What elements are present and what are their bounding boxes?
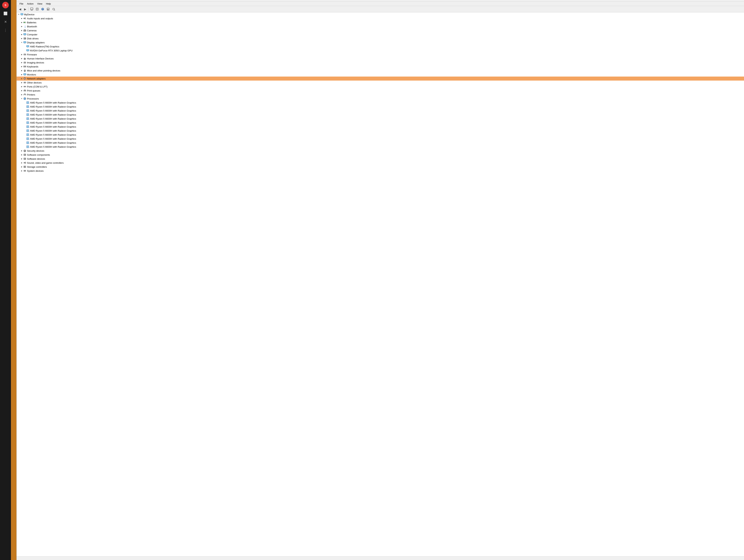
tree-node-cpu11[interactable]: AMD Ryzen 5 6600H with Radeon Graphics	[16, 141, 744, 145]
expander-softdev[interactable]: ▶	[20, 157, 23, 160]
expander-cpu6[interactable]	[23, 121, 26, 124]
tree-node-cpu1[interactable]: AMD Ryzen 5 6600H with Radeon Graphics	[16, 101, 744, 105]
forward-button[interactable]: ▶	[23, 7, 28, 11]
expander-cpu7[interactable]	[23, 125, 26, 128]
computer-button[interactable]	[29, 7, 34, 12]
scan-button[interactable]	[51, 7, 56, 12]
tree-node-mydevice[interactable]: ▼MyDevice	[16, 12, 744, 16]
tree-node-nvidia[interactable]: NVIDIA GeForce RTX 3050 Laptop GPU	[16, 48, 744, 52]
tree-node-other[interactable]: ▶?Other devices	[16, 81, 744, 85]
expander-processors[interactable]: ▼	[20, 97, 23, 100]
expander-cpu3[interactable]	[23, 109, 26, 112]
tree-node-cpu8[interactable]: AMD Ryzen 5 6600H with Radeon Graphics	[16, 129, 744, 133]
chrome-menu-btn[interactable]: ⋮	[2, 27, 9, 34]
expander-audio[interactable]: ▶	[20, 17, 23, 20]
tree-node-computer[interactable]: ▶Computer	[16, 33, 744, 36]
tree-node-cpu6[interactable]: AMD Ryzen 5 6600H with Radeon Graphics	[16, 121, 744, 125]
tree-node-security[interactable]: ▶Security devices	[16, 149, 744, 153]
tree-node-monitors[interactable]: ▶Monitors	[16, 73, 744, 77]
expander-imaging[interactable]: ▶	[20, 61, 23, 64]
expander-mice[interactable]: ▶	[20, 69, 23, 72]
menu-file[interactable]: File	[18, 2, 25, 5]
menu-action[interactable]: Action	[26, 2, 35, 5]
tree-node-cpu4[interactable]: AMD Ryzen 5 6600H with Radeon Graphics	[16, 113, 744, 117]
tree-node-printq[interactable]: ▶Print queues	[16, 89, 744, 92]
tree-node-amd[interactable]: AMD Radeon(TM) Graphics	[16, 44, 744, 48]
tree-node-display[interactable]: ▼Display adapters	[16, 40, 744, 44]
expander-ports[interactable]: ▶	[20, 85, 23, 88]
device-tree[interactable]: ▼MyDevice▶Audio inputs and outputs▶Batte…	[16, 12, 744, 556]
expander-cpu10[interactable]	[23, 137, 26, 140]
tree-node-audio[interactable]: ▶Audio inputs and outputs	[16, 16, 744, 21]
update-button[interactable]: ▶	[46, 7, 51, 12]
svg-rect-88	[24, 93, 26, 94]
back-button[interactable]: ◀	[18, 7, 23, 11]
help-button[interactable]: ?	[40, 7, 45, 12]
chrome-profile-btn[interactable]: S	[2, 2, 9, 8]
expander-security[interactable]: ▶	[20, 149, 23, 152]
expander-cpu11[interactable]	[23, 141, 26, 144]
expander-cpu1[interactable]	[23, 101, 26, 104]
tree-node-softdev[interactable]: ▶Software devices	[16, 157, 744, 161]
expander-computer[interactable]: ▶	[20, 33, 23, 36]
expander-printers[interactable]: ▶	[20, 93, 23, 96]
tree-node-batteries[interactable]: ▶Batteries	[16, 21, 744, 25]
tree-node-hid[interactable]: ▶Human Interface Devices	[16, 56, 744, 61]
tree-node-cpu3[interactable]: AMD Ryzen 5 6600H with Radeon Graphics	[16, 109, 744, 113]
tree-node-softcomp[interactable]: ▶Software components	[16, 153, 744, 157]
tree-node-cpu5[interactable]: AMD Ryzen 5 6600H with Radeon Graphics	[16, 117, 744, 121]
tree-node-disk[interactable]: ▶Disk drives	[16, 36, 744, 40]
storage-icon	[23, 165, 27, 168]
expander-cameras[interactable]: ▶	[20, 29, 23, 32]
expander-cpu8[interactable]	[23, 129, 26, 132]
expander-nvidia[interactable]	[23, 49, 26, 52]
expander-bluetooth[interactable]: ▶	[20, 25, 23, 28]
tree-node-cpu10[interactable]: AMD Ryzen 5 6600H with Radeon Graphics	[16, 137, 744, 141]
expander-cpu4[interactable]	[23, 113, 26, 116]
expander-softcomp[interactable]: ▶	[20, 153, 23, 156]
tree-node-imaging[interactable]: ▶Imaging devices	[16, 61, 744, 65]
tree-node-storage[interactable]: ▶Storage controllers	[16, 165, 744, 169]
expander-cpu9[interactable]	[23, 133, 26, 136]
expander-display[interactable]: ▼	[20, 41, 23, 44]
tree-node-cameras[interactable]: ▶Cameras	[16, 29, 744, 33]
tree-node-cpu7[interactable]: AMD Ryzen 5 6600H with Radeon Graphics	[16, 125, 744, 129]
chrome-window-btn[interactable]: ⬜	[2, 10, 9, 17]
tree-node-cpu9[interactable]: AMD Ryzen 5 6600H with Radeon Graphics	[16, 133, 744, 137]
tree-node-processors[interactable]: ▼Processors	[16, 96, 744, 101]
tree-node-ports[interactable]: ▶Ports (COM & LPT)	[16, 85, 744, 89]
tree-node-printers[interactable]: ▶Printers	[16, 92, 744, 96]
expander-amd[interactable]	[23, 45, 26, 48]
expander-other[interactable]: ▶	[20, 81, 23, 84]
expander-mydevice[interactable]: ▼	[17, 13, 20, 16]
tree-node-system[interactable]: ▶?System devices	[16, 169, 744, 173]
expander-keyboards[interactable]: ▶	[20, 65, 23, 68]
chrome-close-btn[interactable]: ✕	[2, 18, 9, 25]
bluetooth-icon: ⭳	[23, 25, 27, 28]
expander-system[interactable]: ▶	[20, 169, 23, 172]
expander-cpu2[interactable]	[23, 105, 26, 108]
expander-cpu5[interactable]	[23, 117, 26, 120]
svg-rect-113	[27, 126, 29, 127]
tree-node-network[interactable]: ▶Network adapters	[16, 77, 744, 81]
expander-storage[interactable]: ▶	[20, 165, 23, 168]
expander-disk[interactable]: ▶	[20, 37, 23, 40]
properties-button[interactable]	[35, 7, 40, 12]
expander-hid[interactable]: ▶	[20, 57, 23, 60]
tree-node-mice[interactable]: ▶Mice and other pointing devices	[16, 69, 744, 73]
expander-batteries[interactable]: ▶	[20, 21, 23, 24]
expander-sound[interactable]: ▶	[20, 161, 23, 164]
tree-node-keyboards[interactable]: ▶Keyboards	[16, 65, 744, 69]
expander-network[interactable]: ▶	[20, 77, 23, 80]
menu-help[interactable]: Help	[44, 2, 52, 5]
tree-node-cpu12[interactable]: AMD Ryzen 5 6600H with Radeon Graphics	[16, 145, 744, 149]
menu-view[interactable]: View	[36, 2, 44, 5]
tree-node-firmware[interactable]: ▶Firmware	[16, 52, 744, 56]
expander-printq[interactable]: ▶	[20, 89, 23, 92]
tree-node-bluetooth[interactable]: ▶⭳Bluetooth	[16, 25, 744, 29]
tree-node-sound[interactable]: ▶Sound, video and game controllers	[16, 161, 744, 165]
expander-monitors[interactable]: ▶	[20, 73, 23, 76]
expander-cpu12[interactable]	[23, 145, 26, 148]
tree-node-cpu2[interactable]: AMD Ryzen 5 6600H with Radeon Graphics	[16, 105, 744, 109]
expander-firmware[interactable]: ▶	[20, 53, 23, 56]
